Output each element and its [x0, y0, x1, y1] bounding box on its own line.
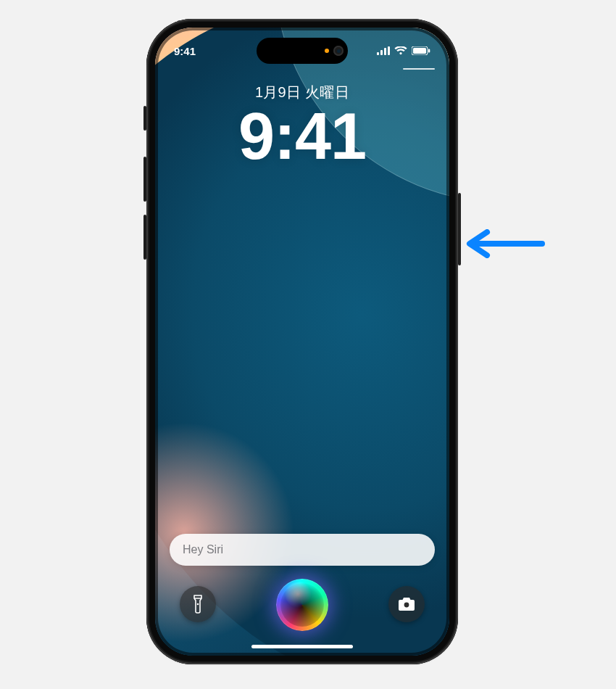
wifi-icon [394, 46, 407, 55]
camera-icon [398, 597, 415, 611]
siri-prompt-text: Hey Siri [183, 543, 223, 556]
volume-up-button[interactable] [143, 157, 146, 202]
status-underline [403, 68, 435, 70]
flashlight-icon [191, 595, 205, 614]
svg-rect-1 [377, 52, 379, 55]
screen: 9:41 [155, 28, 449, 656]
siri-input[interactable]: Hey Siri [170, 534, 435, 566]
volume-down-button[interactable] [143, 215, 146, 260]
lockscreen-time: 9:41 [155, 104, 449, 169]
status-icons [377, 46, 430, 55]
home-indicator[interactable] [251, 645, 353, 648]
battery-icon [412, 46, 430, 55]
siri-orb[interactable] [276, 579, 328, 631]
camera-button[interactable] [388, 586, 425, 622]
iphone-frame: 9:41 [146, 19, 458, 664]
lockscreen-date: 1月9日 火曜日 [155, 83, 449, 102]
svg-rect-6 [413, 48, 426, 54]
status-time: 9:41 [174, 45, 196, 57]
svg-rect-2 [380, 50, 383, 55]
status-bar: 9:41 [155, 38, 449, 64]
svg-rect-3 [384, 48, 386, 55]
flashlight-button[interactable] [180, 586, 216, 622]
canvas: 9:41 [0, 0, 616, 689]
lockscreen-header: 1月9日 火曜日 9:41 [155, 83, 449, 169]
svg-point-8 [197, 603, 199, 606]
svg-rect-4 [388, 46, 390, 55]
silence-switch[interactable] [143, 106, 146, 131]
annotation-arrow [461, 229, 548, 258]
svg-rect-7 [428, 49, 430, 53]
signal-icon [377, 46, 390, 55]
